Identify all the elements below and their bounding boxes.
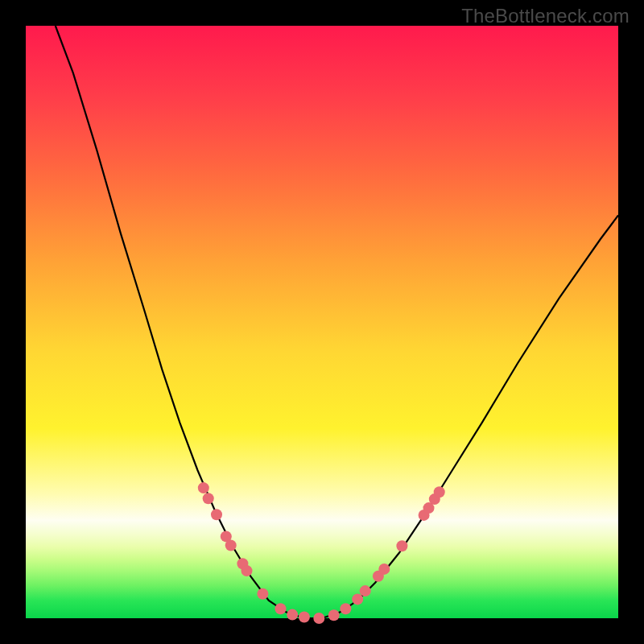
outer-frame: TheBottleneck.com	[0, 0, 644, 644]
data-marker	[299, 612, 310, 623]
chart-svg	[26, 26, 618, 618]
data-marker	[328, 609, 340, 621]
data-marker	[434, 486, 445, 497]
data-marker	[242, 565, 253, 576]
data-marker	[225, 540, 237, 551]
data-marker	[396, 540, 407, 551]
data-marker	[287, 609, 298, 621]
data-marker	[360, 585, 371, 597]
data-marker	[257, 588, 268, 600]
data-marker	[275, 603, 287, 614]
watermark-text: TheBottleneck.com	[461, 5, 630, 27]
plot-area	[26, 26, 618, 618]
data-marker	[203, 493, 214, 504]
data-marker	[211, 509, 222, 520]
data-marker	[198, 482, 209, 493]
data-marker	[313, 613, 324, 624]
data-marker	[352, 593, 363, 605]
data-marker	[340, 603, 351, 614]
marker-layer	[198, 482, 445, 624]
data-marker	[378, 564, 390, 575]
bottleneck-curve	[56, 26, 618, 618]
